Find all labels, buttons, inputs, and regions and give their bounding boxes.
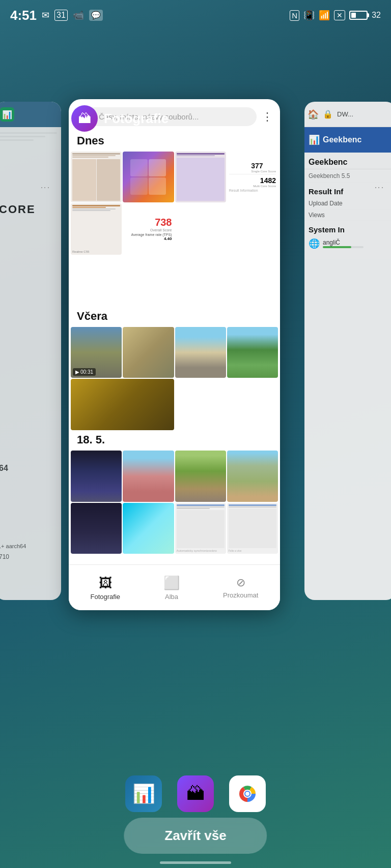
albums-tab-icon: ⬜ <box>163 575 180 591</box>
photo-cell-last-3[interactable]: Automaticky synchronizováno <box>175 503 226 554</box>
left-line3 <box>0 139 34 141</box>
vibrate-icon: 📳 <box>303 10 315 21</box>
line <box>72 210 110 211</box>
tab-fotografie[interactable]: 🖼 Fotografie <box>80 570 131 606</box>
screenshot-cell-5: Realme C55 <box>71 203 122 254</box>
photo-cell-4[interactable]: 377 Single Core Score 1482 Multi Core Sc… <box>227 152 278 202</box>
photo-cell-last-1[interactable] <box>71 503 122 554</box>
line-blue <box>177 504 225 506</box>
empty2 <box>227 379 278 430</box>
line-blue <box>229 504 276 506</box>
score-label-1: Single Core Score <box>251 170 276 173</box>
photo-cell-2[interactable] <box>123 152 174 202</box>
photo-cell-18-2[interactable] <box>123 451 174 501</box>
photo-cell-empty2 <box>227 379 278 430</box>
photo-cell-18-1[interactable] <box>71 451 122 501</box>
app-slot <box>149 159 166 176</box>
photo-grid-dnes: 377 Single Core Score 1482 Multi Core Sc… <box>69 152 280 202</box>
street-cell: ▶ 00:31 <box>71 327 122 378</box>
status-bar: 4:51 ✉ 31 📹 💬 N 📳 📶 ✕ 32 <box>0 0 391 31</box>
photo-cell-vcera-1[interactable]: ▶ 00:31 <box>71 327 122 378</box>
right-bg-card[interactable]: 🏠 🔒 DW... 📊 Geekbenc Geekbenc Geekbench … <box>304 102 391 600</box>
translate-icon: 🌐 <box>309 238 320 249</box>
fps-label: Average frame rate (TPS) <box>131 233 172 236</box>
line <box>72 157 108 158</box>
dock-geekbench-icon[interactable]: 📊 <box>125 775 162 812</box>
left-card-header: 📊 <box>0 102 61 127</box>
mountain-icon: 🏔 <box>78 111 91 127</box>
score-label-overall: Overall Score <box>150 228 172 232</box>
photo-cell-last-4[interactable]: Folio a více <box>227 503 278 554</box>
left-bg-card[interactable]: 📊 CORE 64 1+ aarch64 710 <box>0 102 61 600</box>
empty-cell <box>175 203 278 307</box>
photos-card: 🔍 Časy, místa, názvy souborů... ⋮ Dnes <box>69 99 280 610</box>
dock-chrome-icon[interactable] <box>229 775 266 812</box>
lock-nav-icon: 🔒 <box>323 109 333 119</box>
dock-photos-icon[interactable]: 🏔 <box>177 775 214 812</box>
block <box>72 159 96 201</box>
photo-grid-wide <box>69 379 280 430</box>
photo-cell-wide-video[interactable] <box>71 379 174 430</box>
night-street-cell <box>71 451 122 501</box>
close-all-button[interactable]: Zavřít vše <box>124 818 267 854</box>
photo-cell-vcera-2[interactable] <box>123 327 174 378</box>
right-card-dots[interactable]: ⋮ <box>374 183 385 194</box>
line <box>72 155 116 156</box>
photo-cell-empty1 <box>175 379 226 430</box>
lang-progress-fill <box>323 246 351 248</box>
tab-alba[interactable]: ⬜ Alba <box>153 570 190 606</box>
status-left: 4:51 ✉ 31 📹 💬 <box>10 8 103 23</box>
photo-cell-6[interactable]: 738 Overall Score Average frame rate (TP… <box>123 203 174 254</box>
section-dnes: Dnes <box>69 131 280 152</box>
calendar-icon: 31 <box>54 10 68 21</box>
bench-score-1: 377 Single Core Score <box>251 162 276 173</box>
header-bar <box>177 153 225 155</box>
photo-grid-last: Automaticky synchronizováno Folio a více <box>69 503 280 554</box>
photo-cell-vcera-4[interactable] <box>227 327 278 378</box>
svg-point-3 <box>245 792 249 796</box>
score-row-2: 1482 Multi Core Score <box>229 176 276 188</box>
tree-cell <box>175 451 226 501</box>
tab-prozkoumat[interactable]: ⊘ Prozkoumat <box>213 571 268 604</box>
lang-text: angliČ <box>323 239 364 246</box>
fps-value: 4.40 <box>164 236 172 241</box>
tab-alba-label: Alba <box>165 593 178 601</box>
photos-tab-icon: 🖼 <box>99 575 112 591</box>
photo-cell-3[interactable] <box>175 152 226 202</box>
photos-scroll-area[interactable]: Dnes <box>69 131 280 596</box>
section-vcera: Včera <box>69 307 280 327</box>
wide-video-cell <box>71 379 174 430</box>
score-row-1: 377 Single Core Score <box>229 162 276 173</box>
status-time: 4:51 <box>10 8 37 23</box>
battery-indicator <box>349 11 368 20</box>
divider <box>229 174 276 174</box>
night2-cell <box>71 503 122 554</box>
video-badge: ▶ 00:31 <box>73 368 96 376</box>
system-info-title: System In <box>304 221 391 236</box>
upload-date-label: Upload Date <box>309 200 343 207</box>
photo-cell-5[interactable]: Realme C55 <box>71 203 122 254</box>
park-cell <box>227 327 278 378</box>
battery-level: 32 <box>372 11 381 20</box>
chrome-svg <box>234 781 261 807</box>
left-card-dots[interactable]: ⋮ <box>40 183 51 194</box>
score-738: 738 <box>155 217 172 228</box>
benchmark-cell: 377 Single Core Score 1482 Multi Core Sc… <box>227 152 278 202</box>
line <box>72 207 106 208</box>
photo-cell-18-3[interactable] <box>175 451 226 501</box>
explore-tab-icon: ⊘ <box>236 576 245 589</box>
left-line1 <box>0 132 57 134</box>
photo-cell-vcera-3[interactable] <box>175 327 226 378</box>
photo-cell-last-2[interactable] <box>123 503 174 554</box>
core-label: CORE <box>0 203 57 216</box>
photos-app-icon: 🏔 <box>71 105 98 132</box>
app-more-button[interactable]: ⋮ <box>263 111 275 126</box>
url-text: DW... <box>337 110 391 118</box>
photo-cell-7-wide <box>175 203 278 307</box>
photo-cell-18-4[interactable] <box>227 451 278 501</box>
bottom-tabs: 🖼 Fotografie ⬜ Alba ⊘ Prozkoumat <box>69 564 280 610</box>
home-nav-icon[interactable]: 🏠 <box>308 109 319 120</box>
screenshot-cell-3 <box>175 152 226 202</box>
photo-cell-1[interactable] <box>71 152 122 202</box>
video-duration: 00:31 <box>80 369 93 375</box>
